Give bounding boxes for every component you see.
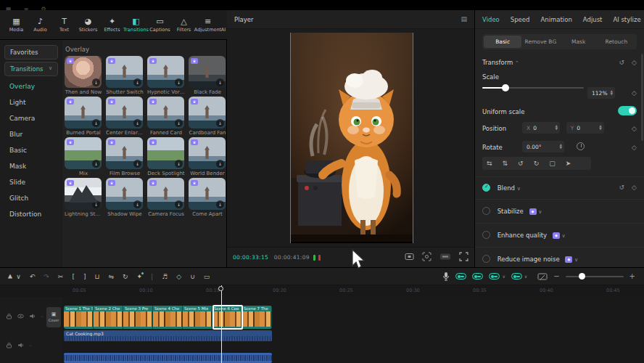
crop-icon[interactable]: ▢ bbox=[549, 160, 556, 167]
stepper-icon[interactable]: ▲▼ bbox=[599, 125, 601, 131]
toolbar-captions[interactable]: ▭Captions bbox=[148, 12, 172, 38]
reset-icon[interactable]: ↺ bbox=[619, 184, 625, 191]
category-basic[interactable]: Basic bbox=[0, 142, 62, 158]
select-cursor-icon[interactable]: ➤ bbox=[566, 160, 571, 167]
rotate-cw-icon[interactable]: ↻ bbox=[534, 160, 540, 167]
rotate-icon[interactable]: ↻ bbox=[123, 273, 128, 280]
video-clip[interactable]: Scene 1 The S bbox=[64, 306, 94, 329]
transition-tile[interactable]: ♛↓Cardboard Fan bbox=[189, 97, 227, 136]
scrollbar[interactable] bbox=[641, 54, 643, 141]
fullscreen-icon[interactable] bbox=[459, 252, 468, 261]
stepper-icon[interactable]: ▲▼ bbox=[611, 90, 613, 96]
mute-track-icon[interactable] bbox=[29, 313, 36, 319]
toolbar-audio[interactable]: ♪Audio bbox=[28, 12, 52, 38]
keyframe-icon[interactable]: ◇ bbox=[632, 125, 637, 132]
transition-tile[interactable]: ♛↓Fanned Card bbox=[147, 97, 186, 136]
rotate-ccw-icon[interactable]: ↺ bbox=[518, 160, 524, 167]
timeline-ruler[interactable]: 00:05 00:10 00:15 00:20 00:25 00:30 00:3… bbox=[0, 285, 644, 297]
category-mask[interactable]: Mask bbox=[0, 158, 62, 174]
zoom-out-icon[interactable]: − bbox=[553, 272, 559, 280]
zoom-in-icon[interactable]: + bbox=[629, 272, 635, 280]
scale-slider[interactable] bbox=[482, 87, 584, 89]
toolbar-filters[interactable]: △Filters bbox=[172, 12, 196, 38]
snapping-icon[interactable]: ∪ bbox=[190, 273, 195, 280]
toolbar-effects[interactable]: ✦Effects bbox=[100, 12, 124, 38]
track-mode-toggle[interactable] bbox=[511, 273, 522, 280]
subtab-mask[interactable]: Mask bbox=[560, 36, 598, 48]
transition-tile[interactable]: ♛↓Lightning Strike bbox=[65, 178, 104, 217]
toolbar-adjustment[interactable]: ≡Adjustment bbox=[196, 12, 220, 38]
tab-animation[interactable]: Animation bbox=[540, 16, 571, 23]
video-clip-selected[interactable]: Scene 6 Coo bbox=[212, 306, 242, 329]
ratio-icon[interactable] bbox=[405, 252, 414, 261]
enhance-quality-checkbox[interactable] bbox=[482, 231, 490, 239]
screen-cast-icon[interactable] bbox=[537, 272, 548, 281]
reset-icon[interactable]: ↺ bbox=[619, 59, 625, 66]
redo-icon[interactable]: ↷ bbox=[44, 273, 49, 280]
stepper-icon[interactable]: ▲▼ bbox=[556, 125, 558, 131]
zoom-knob[interactable] bbox=[579, 273, 585, 280]
transition-tile[interactable]: ♛↓World Bender bbox=[189, 137, 227, 176]
video-preview[interactable] bbox=[290, 33, 413, 243]
toolbar-stickers[interactable]: ◕Stickers bbox=[76, 12, 100, 38]
rotate-dial-icon[interactable] bbox=[577, 142, 585, 150]
category-glitch[interactable]: Glitch bbox=[0, 190, 62, 206]
select-tool-icon[interactable]: ▶ bbox=[7, 274, 13, 278]
track-more-icon[interactable]: – bbox=[41, 314, 44, 319]
keyframe-icon[interactable]: ◇ bbox=[632, 89, 637, 97]
tab-speed[interactable]: Speed bbox=[511, 16, 530, 23]
scale-value-box[interactable]: 112%▲▼ bbox=[587, 87, 615, 99]
undo-icon[interactable]: ↶ bbox=[30, 273, 36, 280]
delete-icon[interactable]: ⊔ bbox=[94, 273, 99, 280]
keyframe-tool-icon[interactable]: ◇ bbox=[176, 273, 181, 280]
split-icon[interactable]: ✂ bbox=[58, 273, 64, 280]
player-options-icon[interactable]: ▤ bbox=[461, 15, 467, 23]
flip-vertical-icon[interactable]: ⇅ bbox=[503, 160, 508, 167]
auto-ripple-toggle[interactable] bbox=[455, 273, 466, 280]
position-y-box[interactable]: Y0▲▼ bbox=[566, 122, 604, 134]
video-clip[interactable]: Scene 7 The bbox=[242, 306, 272, 329]
transition-tile[interactable]: ♛↓Film Browse bbox=[106, 137, 145, 176]
hide-track-icon[interactable] bbox=[17, 313, 24, 319]
track-more-icon[interactable]: – bbox=[29, 343, 32, 348]
video-clip[interactable]: Scene 3 Pre bbox=[123, 306, 153, 329]
preview-axis-toggle[interactable] bbox=[489, 273, 500, 280]
mirror-icon[interactable]: ⇋ bbox=[108, 273, 114, 280]
transition-tile[interactable]: ♛↓Shadow Wipe bbox=[106, 178, 145, 217]
timeline-zoom-slider[interactable] bbox=[566, 276, 624, 277]
sidebar-transitions[interactable]: Transitions∨ bbox=[4, 62, 58, 76]
playhead[interactable] bbox=[221, 285, 222, 363]
tool-dropdown-icon[interactable]: ∨ bbox=[16, 273, 21, 280]
transition-tile[interactable]: ♛↓Deck Spotlight bbox=[147, 137, 186, 176]
tab-ai-stylize[interactable]: AI stylize bbox=[613, 16, 640, 23]
link-toggle[interactable] bbox=[472, 273, 483, 280]
sidebar-favorites[interactable]: Favorites bbox=[4, 45, 58, 60]
lock-icon[interactable] bbox=[6, 342, 12, 348]
stabilize-checkbox[interactable] bbox=[482, 207, 490, 215]
trim-left-icon[interactable]: [ bbox=[72, 273, 75, 280]
transition-tile[interactable]: ♛↓Come Apart bbox=[189, 178, 227, 217]
mask-tool-icon[interactable]: ▭ bbox=[204, 273, 210, 280]
category-camera[interactable]: Camera bbox=[0, 110, 62, 126]
collapse-icon[interactable]: ⌃ bbox=[515, 60, 519, 66]
transition-tile[interactable]: ♛↓Camera Focus bbox=[147, 178, 186, 217]
reduce-noise-checkbox[interactable] bbox=[482, 255, 490, 263]
subtab-remove-bg[interactable]: Remove BG bbox=[521, 36, 559, 48]
lock-icon[interactable] bbox=[6, 313, 12, 319]
video-clip[interactable]: Scene 5 Mix bbox=[183, 306, 212, 329]
tab-adjust[interactable]: Adjust bbox=[583, 16, 603, 23]
toolbar-media[interactable]: ▦Media bbox=[4, 12, 28, 38]
extract-audio-icon[interactable]: ♬ bbox=[162, 273, 168, 280]
record-voiceover-icon[interactable] bbox=[442, 272, 450, 281]
transition-tile[interactable]: ♛↓Center Enlarge bbox=[106, 97, 145, 136]
rotate-value-box[interactable]: 0.00°▲▼ bbox=[522, 141, 564, 152]
uniform-scale-toggle[interactable] bbox=[618, 106, 637, 115]
transition-tile[interactable]: ♛↓Then and Now bbox=[65, 56, 104, 95]
ai-tools-icon[interactable]: ✦ bbox=[137, 273, 143, 280]
scale-slider-knob[interactable] bbox=[502, 84, 509, 91]
quality-icon[interactable] bbox=[439, 252, 451, 261]
transition-tile[interactable]: ♛↓Burned Portal bbox=[65, 97, 104, 136]
video-clip[interactable]: Scene 2 Che bbox=[94, 306, 123, 329]
category-overlay[interactable]: Overlay bbox=[0, 78, 62, 94]
category-slide[interactable]: Slide bbox=[0, 174, 62, 190]
